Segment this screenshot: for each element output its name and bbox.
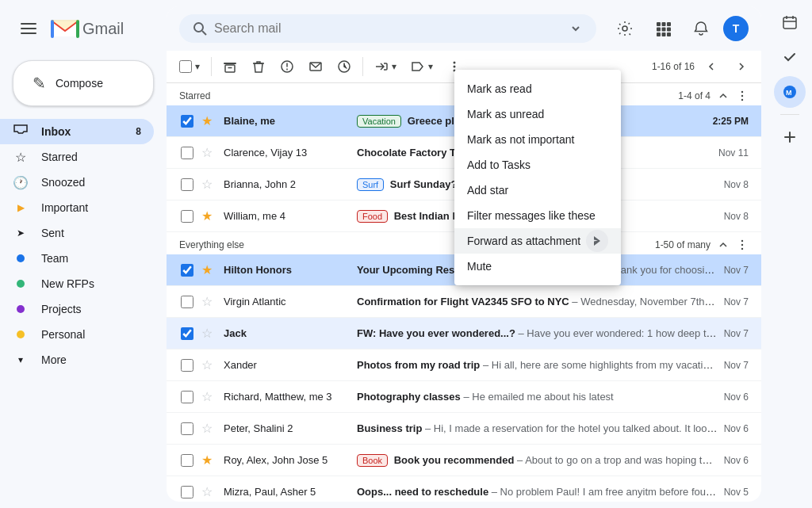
email-checkbox[interactable] xyxy=(179,359,195,372)
hamburger-icon[interactable] xyxy=(13,13,44,44)
email-row[interactable]: ★ Roy, Alex, John Jose 5 Book Book you r… xyxy=(167,445,761,476)
sidebar-item-snoozed[interactable]: 🕐 Snoozed xyxy=(0,170,154,195)
dropdown-item-add-star[interactable]: Add star xyxy=(454,178,621,203)
email-row[interactable]: ☆ Jack FW: Have you ever wondered...? – … xyxy=(167,318,761,349)
search-input[interactable] xyxy=(214,21,561,36)
plus-icon: ✎ xyxy=(33,74,46,93)
sent-label: Sent xyxy=(41,227,141,239)
email-sender: Peter, Shalini 2 xyxy=(224,422,350,434)
dropdown-item-mark-not-important[interactable]: Mark as not important xyxy=(454,127,621,152)
star-icon[interactable]: ☆ xyxy=(201,357,217,372)
email-checkbox[interactable] xyxy=(179,327,195,340)
email-button[interactable] xyxy=(302,54,329,79)
everything-section-title: Everything else xyxy=(179,239,244,250)
email-subject: Business trip xyxy=(357,422,422,434)
dropdown-item-add-tasks[interactable]: Add to Tasks xyxy=(454,152,621,178)
star-icon[interactable]: ★ xyxy=(201,113,217,128)
email-subject-snippet: Book Book you recommended – About to go … xyxy=(357,454,718,467)
star-icon[interactable]: ☆ xyxy=(201,326,217,341)
chevron-left-icon xyxy=(704,59,718,74)
email-row[interactable]: ☆ Xander Photos from my road trip – Hi a… xyxy=(167,349,761,381)
email-date: Nov 11 xyxy=(718,147,749,159)
email-checkbox[interactable] xyxy=(179,178,195,191)
email-checkbox[interactable] xyxy=(179,296,195,308)
prev-page-button[interactable] xyxy=(698,54,725,79)
svg-rect-4 xyxy=(76,20,79,38)
email-row[interactable]: ☆ Mizra, Paul, Asher 5 Oops... need to r… xyxy=(167,476,761,502)
tasks-icon[interactable] xyxy=(774,41,806,73)
sidebar-item-sent[interactable]: ➤ Sent xyxy=(0,220,154,246)
delete-button[interactable] xyxy=(245,54,272,79)
star-icon[interactable]: ★ xyxy=(201,453,217,468)
star-icon[interactable]: ★ xyxy=(201,262,217,277)
star-icon[interactable]: ☆ xyxy=(201,145,217,160)
email-date: Nov 5 xyxy=(724,487,749,498)
svg-rect-15 xyxy=(667,32,671,36)
everything-collapse-icon[interactable] xyxy=(717,239,730,251)
star-icon[interactable]: ☆ xyxy=(201,484,217,499)
compose-button[interactable]: ✎ Compose xyxy=(13,60,154,106)
notifications-icon[interactable] xyxy=(685,13,717,44)
add-apps-icon[interactable] xyxy=(774,121,806,153)
chevron-down-icon[interactable]: ▾ xyxy=(195,61,200,72)
search-dropdown-icon[interactable] xyxy=(568,21,584,36)
settings-icon[interactable] xyxy=(609,13,641,44)
sidebar-item-more[interactable]: ▾ More xyxy=(0,347,154,372)
star-icon[interactable]: ☆ xyxy=(201,294,217,309)
apps-icon[interactable] xyxy=(647,13,679,44)
select-button[interactable]: ▾ xyxy=(173,54,206,79)
snooze-button[interactable] xyxy=(331,54,358,79)
email-checkbox[interactable] xyxy=(179,391,195,403)
label-button[interactable]: ▾ xyxy=(404,54,439,79)
dropdown-item-mute[interactable]: Mute xyxy=(454,254,621,279)
email-row[interactable]: ☆ Peter, Shalini 2 Business trip – Hi, I… xyxy=(167,413,761,445)
starred-collapse-icon[interactable] xyxy=(717,90,730,102)
dropdown-item-forward-attachment[interactable]: Forward as attachment xyxy=(454,228,621,254)
star-icon[interactable]: ★ xyxy=(201,208,217,223)
email-row[interactable]: ☆ Richard, Matthew, me 3 Photography cla… xyxy=(167,381,761,413)
everything-more-icon[interactable] xyxy=(736,239,749,251)
sidebar-item-projects[interactable]: Projects xyxy=(0,296,154,322)
email-checkbox[interactable] xyxy=(179,486,195,498)
email-subject-snippet: Oops... need to reschedule – No problem … xyxy=(357,486,718,498)
compose-label: Compose xyxy=(56,77,103,90)
sidebar-item-inbox[interactable]: Inbox 8 xyxy=(0,119,154,144)
toolbar-separator-1 xyxy=(211,57,212,76)
next-page-button[interactable] xyxy=(728,54,755,79)
email-checkbox[interactable] xyxy=(179,210,195,223)
sidebar-item-personal[interactable]: Personal xyxy=(0,322,154,347)
email-checkbox[interactable] xyxy=(179,264,195,277)
email-checkbox[interactable] xyxy=(179,147,195,159)
sidebar-item-starred[interactable]: ☆ Starred xyxy=(0,144,154,170)
sidebar-item-team[interactable]: Team xyxy=(0,246,154,271)
email-checkbox[interactable] xyxy=(179,454,195,467)
search-box[interactable] xyxy=(179,14,596,43)
calendar-icon[interactable] xyxy=(774,6,806,38)
dropdown-item-filter-messages[interactable]: Filter messages like these xyxy=(454,203,621,228)
starred-more-icon[interactable] xyxy=(736,90,749,102)
dropdown-item-mark-read[interactable]: Mark as read xyxy=(454,76,621,101)
svg-point-26 xyxy=(741,95,743,97)
archive-button[interactable] xyxy=(216,54,243,79)
svg-rect-0 xyxy=(21,23,36,25)
svg-point-25 xyxy=(741,91,743,93)
star-icon[interactable]: ☆ xyxy=(201,421,217,436)
google-meet-icon[interactable]: M xyxy=(774,76,806,108)
select-all-checkbox[interactable] xyxy=(179,60,192,73)
starred-label: Starred xyxy=(41,151,141,163)
star-icon[interactable]: ☆ xyxy=(201,389,217,404)
spam-button[interactable] xyxy=(274,54,301,79)
dropdown-item-mark-unread[interactable]: Mark as unread xyxy=(454,101,621,127)
svg-rect-1 xyxy=(21,28,36,29)
email-row[interactable]: ☆ Virgin Atlantic Confirmation for Fligh… xyxy=(167,286,761,318)
move-button[interactable]: ▾ xyxy=(368,54,403,79)
sidebar-item-newrfps[interactable]: New RFPs xyxy=(0,271,154,296)
projects-dot-icon xyxy=(13,302,29,316)
star-icon[interactable]: ☆ xyxy=(201,177,217,192)
sidebar-item-important[interactable]: ▶ Important xyxy=(0,195,154,220)
email-sender: Clarence, Vijay 13 xyxy=(224,147,350,159)
email-checkbox[interactable] xyxy=(179,422,195,435)
avatar[interactable]: T xyxy=(723,16,749,41)
email-checkbox[interactable] xyxy=(179,115,195,128)
newrfps-label: New RFPs xyxy=(41,277,141,290)
